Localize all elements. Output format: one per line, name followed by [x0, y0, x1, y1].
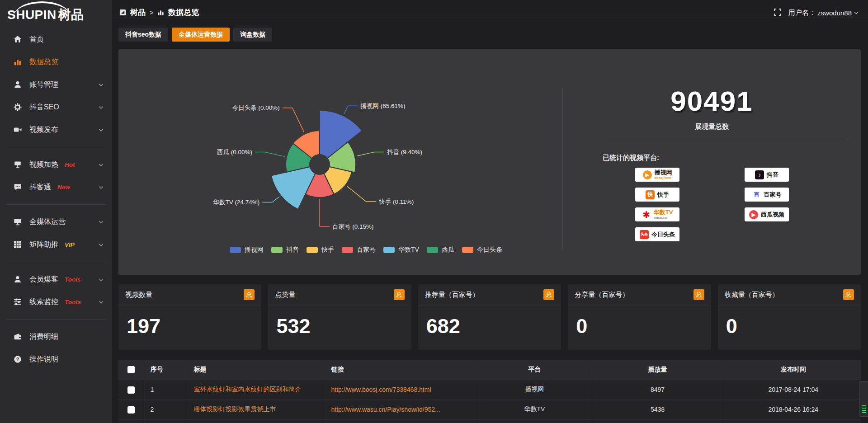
sidebar-item-label: 操作说明 — [29, 355, 58, 364]
floating-side-widget[interactable] — [859, 381, 868, 417]
tab-全媒体运营数据[interactable]: 全媒体运营数据 — [172, 28, 230, 42]
sidebar-divider — [6, 204, 106, 205]
table-header-链接: 链接 — [325, 360, 480, 380]
chevron-down-icon — [98, 184, 104, 190]
chevron-down-icon — [98, 82, 104, 88]
sidebar-item-抖客通[interactable]: 抖客通New — [0, 176, 112, 198]
platform-badge-今日头条: 头条今日头条 — [635, 227, 679, 241]
platform-badge-百家号: 百百家号 — [745, 188, 789, 202]
widget-dash — [862, 410, 866, 411]
sidebar-item-会员爆客[interactable]: 会员爆客Tools — [0, 268, 112, 291]
sidebar-item-视频发布[interactable]: 视频发布 — [0, 118, 112, 141]
legend-swatch — [230, 247, 241, 253]
sidebar-item-label: 抖客通 — [29, 183, 51, 192]
stat-card-推荐量（百家号）: 推荐量（百家号）总682 — [418, 284, 561, 350]
row-cell-index — [144, 419, 188, 423]
monitor-icon — [14, 218, 22, 226]
sidebar-item-badge: Tools — [65, 276, 81, 283]
pie-label-西瓜: 西瓜 (0.00%) — [217, 149, 252, 155]
row-cell-platform — [480, 419, 590, 423]
row-cell-link[interactable]: http://www.wasu.cn/Play/show/id/952... — [325, 400, 480, 419]
platform-badge-西瓜视频: ▶西瓜视频 — [745, 207, 789, 221]
platform-badge-抖音: ♪抖音 — [745, 168, 789, 182]
legend-item-今日头条[interactable]: 今日头条 — [462, 246, 502, 254]
video-camera-icon — [14, 126, 22, 134]
fullscreen-icon[interactable] — [774, 9, 781, 17]
stat-card-total-badge[interactable]: 总 — [244, 289, 255, 300]
screen-icon — [14, 160, 22, 169]
row-cell-title[interactable]: 楼体投影灯投影效果震撼上市 — [188, 400, 325, 419]
pie-inner-hole — [309, 154, 330, 175]
user-menu[interactable]: 用户名： zswodun88 — [788, 9, 859, 17]
legend-item-播视网[interactable]: 播视网 — [230, 246, 264, 254]
sidebar-item-首页[interactable]: 首页 — [0, 28, 112, 51]
legend-item-百家号[interactable]: 百家号 — [342, 246, 376, 254]
tab-询盘数据[interactable]: 询盘数据 — [233, 28, 272, 42]
home-icon — [14, 35, 22, 43]
stat-card-total-badge[interactable]: 总 — [394, 289, 405, 300]
stat-card-value: 682 — [418, 306, 561, 347]
rose-chart-area: 播视网 (65.61%)抖音 (9.40%)快手 (0.11%)百家号 (0.1… — [118, 49, 562, 275]
content: 抖音seo数据全媒体运营数据询盘数据 播视网 (65.61%)抖音 (9.40%… — [112, 18, 868, 423]
table-header-平台: 平台 — [480, 360, 590, 380]
sidebar-item-操作说明[interactable]: ?操作说明 — [0, 348, 112, 371]
platform-badge-texts: 华数TVwasu.cn — [654, 209, 673, 220]
row-cell-platform: 华数TV — [480, 400, 590, 419]
legend-label: 播视网 — [245, 246, 264, 254]
legend-label: 西瓜 — [442, 246, 454, 254]
row-checkbox[interactable] — [127, 406, 135, 414]
legend-swatch — [427, 247, 438, 253]
sidebar-item-全媒体运营[interactable]: 全媒体运营 — [0, 211, 112, 233]
legend-item-西瓜[interactable]: 西瓜 — [427, 246, 454, 254]
row-checkbox[interactable] — [127, 386, 135, 394]
stat-card-value: 0 — [568, 306, 711, 347]
sidebar-item-数据总览[interactable]: 数据总览 — [0, 51, 112, 73]
overview-panel: 播视网 (65.61%)抖音 (9.40%)快手 (0.11%)百家号 (0.1… — [118, 49, 861, 275]
widget-dash — [862, 408, 866, 409]
tab-抖音seo数据[interactable]: 抖音seo数据 — [118, 28, 168, 42]
row-cell-plays: 8497 — [590, 380, 726, 400]
legend-label: 抖音 — [286, 246, 299, 254]
stat-card-点赞量: 点赞量总532 — [268, 284, 411, 350]
legend-item-抖音[interactable]: 抖音 — [271, 246, 299, 254]
sidebar-item-矩阵助推[interactable]: 矩阵助推VIP — [0, 233, 112, 256]
legend-item-华数TV[interactable]: 华数TV — [383, 246, 419, 254]
sidebar-item-label: 数据总览 — [29, 57, 58, 67]
table-header-播放量: 播放量 — [590, 360, 726, 380]
sidebar-item-抖音SEO[interactable]: 抖音SEO — [0, 96, 112, 118]
platform-name: 百家号 — [764, 192, 782, 197]
sidebar-item-线索监控[interactable]: 线索监控Tools — [0, 291, 112, 313]
stat-card-total-badge[interactable]: 总 — [693, 289, 704, 300]
select-all-checkbox[interactable] — [127, 366, 135, 373]
pie-label-line-百家号 — [320, 199, 330, 226]
sidebar-item-账号管理[interactable]: 账号管理 — [0, 73, 112, 96]
pie-label-line-华数TV — [262, 197, 279, 202]
svg-text:?: ? — [16, 357, 19, 362]
wasu-logo: ✱ — [642, 210, 651, 219]
pie-label-今日头条: 今日头条 (0.00%) — [232, 104, 280, 111]
row-cell-title[interactable]: 室外水纹灯和室内水纹灯的区别和简介 — [188, 380, 325, 400]
legend-item-快手[interactable]: 快手 — [307, 246, 334, 254]
platform-name: 华数TV — [654, 209, 673, 215]
legend-label: 今日头条 — [477, 246, 502, 254]
douyin-logo: ♪ — [755, 170, 764, 179]
sidebar-item-badge: New — [57, 184, 70, 191]
legend-label: 快手 — [321, 246, 334, 254]
sidebar-item-badge: VIP — [65, 241, 75, 248]
topbar-right: 用户名： zswodun88 — [774, 9, 859, 17]
sidebar-item-视频加热[interactable]: 视频加热Hot — [0, 153, 112, 176]
stat-cards-row: 视频数量总197点赞量总532推荐量（百家号）总682分享量（百家号）总0收藏量… — [118, 284, 861, 350]
chevron-down-icon — [98, 162, 104, 168]
stat-card-total-badge[interactable]: 总 — [543, 289, 554, 300]
breadcrumb-item[interactable]: 树品 — [130, 7, 146, 18]
row-cell-link[interactable]: http://www.boosj.com/7338468.html — [325, 380, 480, 400]
sidebar-item-label: 账号管理 — [29, 80, 58, 89]
sidebar-item-消费明细[interactable]: 消费明细 — [0, 325, 112, 348]
platform-name: 今日头条 — [651, 231, 675, 237]
stat-card-total-badge[interactable]: 总 — [843, 289, 854, 300]
table-header-序号: 序号 — [144, 360, 188, 380]
pie-label-百家号: 百家号 (0.15%) — [332, 223, 374, 230]
sidebar-item-label: 全媒体运营 — [29, 217, 66, 227]
stat-card-label: 收藏量（百家号） — [725, 291, 779, 299]
stat-card-视频数量: 视频数量总197 — [118, 284, 261, 350]
